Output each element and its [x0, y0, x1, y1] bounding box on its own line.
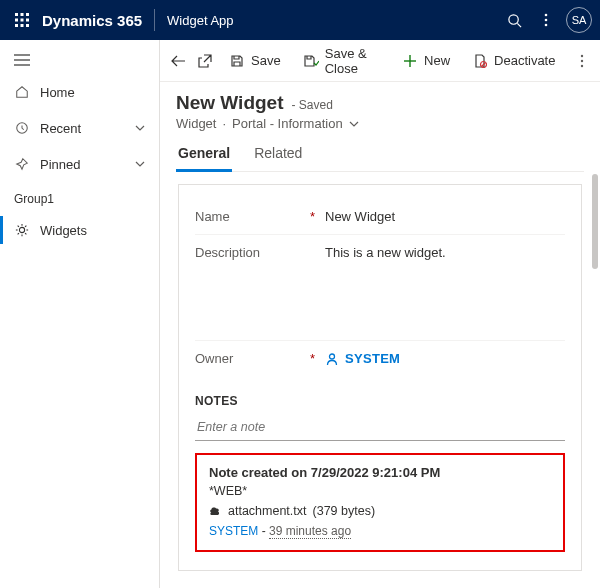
field-value[interactable]: This is a new widget.: [325, 245, 565, 330]
back-button[interactable]: [166, 45, 191, 77]
svg-rect-0: [15, 13, 18, 16]
scrollbar[interactable]: [592, 174, 598, 586]
field-value[interactable]: New Widget: [325, 209, 565, 224]
tab-related[interactable]: Related: [252, 145, 304, 171]
avatar[interactable]: SA: [566, 7, 592, 33]
tabs: General Related: [176, 145, 584, 172]
required-indicator: *: [310, 209, 315, 224]
attachment-name: attachment.txt: [228, 504, 307, 518]
svg-rect-1: [21, 13, 24, 16]
save-close-icon: [303, 53, 319, 69]
save-close-button[interactable]: Save & Close: [293, 45, 390, 77]
new-button[interactable]: New: [392, 45, 460, 77]
save-icon: [229, 53, 245, 69]
top-bar: Dynamics 365 Widget App SA: [0, 0, 600, 40]
chevron-down-icon[interactable]: [349, 121, 359, 127]
command-label: Deactivate: [494, 53, 555, 68]
field-label: Name: [195, 209, 230, 224]
attachment-size: (379 bytes): [313, 504, 376, 518]
save-button[interactable]: Save: [219, 45, 291, 77]
sidebar-group-label: Group1: [0, 182, 159, 212]
svg-point-12: [545, 19, 548, 22]
svg-rect-7: [21, 24, 24, 27]
svg-point-31: [581, 54, 583, 56]
form-header: New Widget - Saved Widget · Portal - Inf…: [160, 82, 600, 172]
note-body: *WEB*: [209, 484, 551, 498]
svg-rect-2: [26, 13, 29, 16]
person-icon: [325, 352, 339, 366]
attachment-icon: [209, 506, 222, 516]
save-status: - Saved: [292, 98, 333, 112]
widget-icon: [14, 223, 30, 237]
note-meta: SYSTEM - 39 minutes ago: [209, 524, 551, 538]
note-age: 39 minutes ago: [269, 524, 351, 539]
field-owner: Owner* SYSTEM: [195, 340, 565, 376]
deactivate-icon: [472, 53, 488, 69]
note-input[interactable]: [195, 414, 565, 441]
svg-line-26: [25, 226, 26, 227]
hamburger-icon[interactable]: [0, 46, 159, 74]
chevron-down-icon: [135, 161, 145, 167]
home-icon: [14, 85, 30, 99]
svg-point-13: [545, 24, 548, 27]
note-card: Note created on 7/29/2022 9:21:04 PM *WE…: [195, 453, 565, 552]
svg-rect-5: [26, 19, 29, 22]
svg-rect-4: [21, 19, 24, 22]
overflow-button[interactable]: [569, 45, 594, 77]
required-indicator: *: [310, 351, 315, 366]
sidebar-item-label: Widgets: [40, 223, 87, 238]
sidebar: Home Recent Pinned Group1 Widgets: [0, 40, 160, 588]
clock-icon: [14, 121, 30, 135]
svg-line-23: [18, 226, 19, 227]
sidebar-item-pinned[interactable]: Pinned: [0, 146, 159, 182]
command-label: Save & Close: [325, 46, 380, 76]
topbar-divider: [154, 9, 155, 31]
notes-heading: NOTES: [195, 394, 565, 408]
svg-line-25: [18, 233, 19, 234]
command-bar: Save Save & Close New Deactivate: [160, 40, 600, 82]
svg-line-10: [517, 23, 521, 27]
sidebar-item-label: Pinned: [40, 157, 80, 172]
search-icon[interactable]: [498, 4, 530, 36]
field-description: Description This is a new widget.: [195, 234, 565, 340]
sidebar-item-home[interactable]: Home: [0, 74, 159, 110]
svg-line-24: [25, 233, 26, 234]
sidebar-item-label: Home: [40, 85, 75, 100]
svg-point-18: [19, 227, 24, 232]
svg-point-33: [581, 64, 583, 66]
form-card: Name* New Widget Description This is a n…: [178, 184, 582, 571]
note-attachment[interactable]: attachment.txt (379 bytes): [209, 504, 551, 518]
note-title: Note created on 7/29/2022 9:21:04 PM: [209, 465, 551, 480]
svg-point-32: [581, 59, 583, 61]
sidebar-item-label: Recent: [40, 121, 81, 136]
more-icon[interactable]: [530, 4, 562, 36]
command-label: New: [424, 53, 450, 68]
svg-rect-6: [15, 24, 18, 27]
page-title: New Widget: [176, 92, 284, 114]
form-selector[interactable]: Portal - Information: [232, 116, 343, 131]
plus-icon: [402, 53, 418, 69]
svg-rect-3: [15, 19, 18, 22]
svg-point-11: [545, 14, 548, 17]
field-name: Name* New Widget: [195, 199, 565, 234]
entity-label: Widget: [176, 116, 216, 131]
tab-general[interactable]: General: [176, 145, 232, 171]
svg-rect-8: [26, 24, 29, 27]
app-name: Widget App: [167, 13, 234, 28]
svg-point-9: [508, 14, 517, 23]
pin-icon: [14, 157, 30, 171]
field-label: Description: [195, 245, 260, 260]
chevron-down-icon: [135, 125, 145, 131]
open-new-window-button[interactable]: [193, 45, 218, 77]
sidebar-item-widgets[interactable]: Widgets: [0, 212, 159, 248]
deactivate-button[interactable]: Deactivate: [462, 45, 565, 77]
brand-label: Dynamics 365: [42, 12, 142, 29]
command-label: Save: [251, 53, 281, 68]
app-launcher-icon[interactable]: [8, 6, 36, 34]
field-label: Owner: [195, 351, 233, 366]
svg-point-34: [330, 354, 335, 359]
note-author[interactable]: SYSTEM: [209, 524, 258, 538]
owner-lookup[interactable]: SYSTEM: [325, 351, 565, 366]
main: Save Save & Close New Deactivate New Wid…: [160, 40, 600, 588]
sidebar-item-recent[interactable]: Recent: [0, 110, 159, 146]
